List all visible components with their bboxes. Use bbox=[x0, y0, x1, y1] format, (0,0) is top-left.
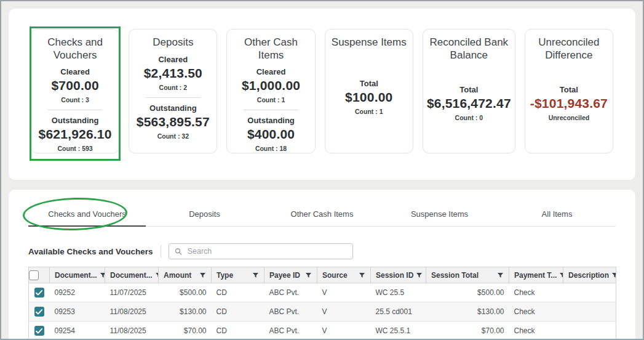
toolbar: Available Checks and Vouchers bbox=[28, 243, 616, 259]
card-section: Total-$101,943.67Unreconciled bbox=[529, 79, 609, 130]
summary-card-deposits[interactable]: DepositsCleared$2,413.50Count : 2Outstan… bbox=[129, 29, 217, 153]
tab-label: Deposits bbox=[189, 209, 220, 219]
cell-document: 09254 bbox=[50, 322, 105, 340]
filter-icon[interactable] bbox=[611, 272, 616, 279]
summary-panel: Checks and VouchersCleared$700.00Count :… bbox=[9, 9, 635, 180]
select-all-header bbox=[29, 267, 50, 283]
column-header-session-total-8: Session Total bbox=[426, 267, 509, 283]
section-label: Total bbox=[329, 79, 409, 88]
filter-icon[interactable] bbox=[359, 272, 365, 279]
section-value: $700.00 bbox=[35, 78, 115, 93]
column-label: Source bbox=[322, 271, 348, 280]
column-header-content: Amount bbox=[164, 271, 206, 280]
summary-card-reconciled-bank-balance[interactable]: Reconciled Bank BalanceTotal$6,516,472.4… bbox=[423, 29, 515, 153]
cell-type: CD bbox=[212, 283, 264, 302]
filter-icon[interactable] bbox=[305, 272, 312, 279]
summary-cards: Checks and VouchersCleared$700.00Count :… bbox=[9, 9, 635, 153]
column-header-content: Source bbox=[322, 271, 365, 280]
card-section: Outstanding$563,895.57Count : 32 bbox=[133, 98, 213, 140]
cell-document: 09253 bbox=[50, 302, 105, 322]
cell-amount: $500.00 bbox=[159, 283, 212, 302]
search-input[interactable] bbox=[186, 246, 347, 256]
summary-card-checks-and-vouchers[interactable]: Checks and VouchersCleared$700.00Count :… bbox=[31, 29, 119, 153]
cell-session-total: $130.00 bbox=[426, 302, 509, 322]
section-label: Cleared bbox=[231, 67, 311, 76]
select-all-checkbox[interactable] bbox=[29, 270, 39, 280]
cell-document: 09252 bbox=[50, 283, 105, 302]
grid-head: Document...Document...AmountTypePayee ID… bbox=[29, 267, 616, 283]
cell-payee-id: ABC Pvt. bbox=[264, 302, 317, 322]
table-title: Available Checks and Vouchers bbox=[28, 247, 153, 256]
section-count: Count : 2 bbox=[133, 84, 213, 91]
tab-label: Suspense Items bbox=[411, 209, 468, 219]
section-value: $6,516,472.47 bbox=[427, 96, 511, 111]
filter-icon[interactable] bbox=[497, 272, 504, 279]
tab-deposits[interactable]: Deposits bbox=[146, 201, 263, 226]
column-header-payee-id-5: Payee ID bbox=[264, 267, 317, 283]
cell-payee-id: ABC Pvt. bbox=[264, 283, 317, 302]
card-section: Outstanding$621,926.10Count : 593 bbox=[35, 110, 115, 152]
filter-icon[interactable] bbox=[100, 272, 105, 279]
column-header-content: Payee ID bbox=[269, 271, 312, 280]
tab-label: Other Cash Items bbox=[291, 209, 354, 219]
table-row[interactable]: 0925311/08/2025$130.00CDABC Pvt.V25.5 cd… bbox=[29, 302, 616, 322]
filter-icon[interactable] bbox=[559, 272, 563, 279]
section-value: $2,413.50 bbox=[133, 66, 213, 81]
section-value: $563,895.57 bbox=[133, 115, 213, 129]
column-header-document-2: Document... bbox=[105, 267, 159, 283]
filter-icon[interactable] bbox=[252, 272, 259, 279]
cell-document: 11/08/2025 bbox=[105, 302, 159, 322]
section-value: $621,926.10 bbox=[35, 127, 115, 142]
tab-checks-and-vouchers[interactable]: Checks and Vouchers bbox=[28, 201, 146, 226]
tab-other-cash-items[interactable]: Other Cash Items bbox=[263, 201, 381, 226]
column-header-type-4: Type bbox=[212, 267, 264, 283]
row-checkbox[interactable] bbox=[34, 288, 44, 298]
card-section: Cleared$1,000.00Count : 1 bbox=[231, 62, 311, 103]
table-row[interactable]: 0925411/08/2025$70.00CDABC Pvt.VWC 25.5.… bbox=[29, 322, 616, 340]
summary-card-unreconciled-difference[interactable]: Unreconciled DifferenceTotal-$101,943.67… bbox=[525, 29, 613, 153]
row-select-cell bbox=[29, 322, 50, 340]
items-table: Document...Document...AmountTypePayee ID… bbox=[28, 267, 616, 340]
column-header-content: Document... bbox=[55, 271, 100, 280]
cell-session-id: 25.5 cd001 bbox=[371, 302, 426, 322]
column-header-content: Session Total bbox=[431, 271, 504, 280]
row-checkbox[interactable] bbox=[34, 326, 44, 336]
tab-label: All Items bbox=[542, 209, 573, 219]
column-label: Session Total bbox=[431, 271, 479, 280]
filter-icon[interactable] bbox=[416, 272, 423, 279]
section-label: Total bbox=[427, 85, 511, 94]
section-count: Count : 18 bbox=[231, 145, 311, 152]
cell-type: CD bbox=[212, 302, 264, 322]
column-label: Document... bbox=[55, 271, 97, 280]
cell-session-id: WC 25.5.1 bbox=[371, 322, 426, 340]
summary-card-other-cash-items[interactable]: Other Cash ItemsCleared$1,000.00Count : … bbox=[226, 29, 315, 153]
column-header-content: Description bbox=[568, 271, 611, 280]
tab-all-items[interactable]: All Items bbox=[498, 201, 616, 226]
detail-panel: Checks and VouchersDepositsOther Cash It… bbox=[9, 190, 635, 340]
row-select-cell bbox=[29, 283, 50, 302]
summary-card-suspense-items[interactable]: Suspense ItemsTotal$100.00Count : 1 bbox=[325, 29, 413, 153]
cell-payment-t: Check bbox=[509, 283, 563, 302]
section-count: Count : 3 bbox=[35, 96, 115, 103]
section-value: $100.00 bbox=[329, 90, 409, 105]
cell-document: 11/08/2025 bbox=[105, 322, 159, 340]
section-count: Count : 0 bbox=[427, 114, 511, 121]
toolbar-divider bbox=[161, 245, 161, 257]
section-value: $1,000.00 bbox=[231, 78, 311, 93]
cell-source: V bbox=[317, 283, 371, 302]
filter-icon[interactable] bbox=[155, 272, 159, 279]
section-value: $400.00 bbox=[231, 127, 311, 142]
section-count: Count : 1 bbox=[231, 96, 311, 103]
card-title: Deposits bbox=[153, 36, 193, 49]
row-select-cell bbox=[29, 302, 50, 322]
column-header-document-1: Document... bbox=[50, 267, 105, 283]
section-label: Outstanding bbox=[35, 116, 115, 125]
cell-amount: $70.00 bbox=[159, 322, 212, 340]
grid-header-row: Document...Document...AmountTypePayee ID… bbox=[29, 267, 616, 283]
table-row[interactable]: 0925211/07/2025$500.00CDABC Pvt.VWC 25.5… bbox=[29, 283, 616, 302]
cell-type: CD bbox=[212, 322, 264, 340]
cell-description bbox=[563, 283, 616, 302]
filter-icon[interactable] bbox=[199, 272, 206, 279]
row-checkbox[interactable] bbox=[34, 307, 44, 317]
tab-suspense-items[interactable]: Suspense Items bbox=[381, 201, 498, 226]
